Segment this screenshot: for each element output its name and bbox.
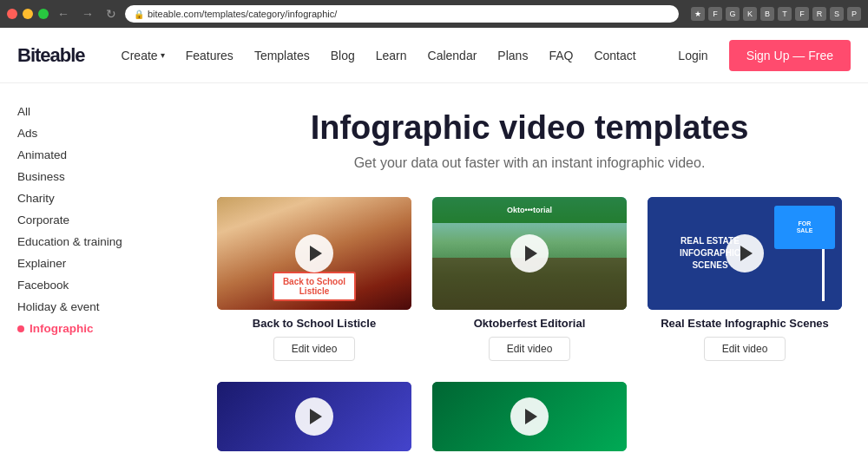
play-button-4[interactable] bbox=[295, 397, 333, 436]
video-grid: Back to SchoolListicle Back to School Li… bbox=[217, 197, 842, 453]
video-title-3: Real Estate Infographic Scenes bbox=[648, 317, 842, 330]
star-icon[interactable]: ★ bbox=[691, 7, 705, 21]
ext-icon-2[interactable]: G bbox=[726, 7, 740, 21]
nav-right: Login Sign Up — Free bbox=[667, 40, 851, 71]
sidebar-item-explainer[interactable]: Explainer bbox=[17, 253, 174, 274]
login-button[interactable]: Login bbox=[667, 42, 718, 69]
nav-templates[interactable]: Templates bbox=[244, 28, 320, 83]
sidebar-label-business: Business bbox=[17, 170, 65, 183]
browser-close-btn[interactable] bbox=[7, 9, 17, 19]
ext-icon-9[interactable]: P bbox=[847, 7, 861, 21]
sidebar-label-explainer: Explainer bbox=[17, 257, 66, 270]
nav-blog[interactable]: Blog bbox=[320, 28, 365, 83]
nav-features[interactable]: Features bbox=[175, 28, 244, 83]
bar-text-2: Okto•••torial bbox=[507, 206, 552, 214]
back-arrow[interactable]: ← bbox=[54, 7, 73, 21]
play-button-1[interactable] bbox=[295, 234, 333, 272]
address-bar[interactable]: 🔒 biteable.com/templates/category/infogr… bbox=[125, 5, 679, 23]
video-card-2[interactable]: Okto•••torial Oktoberfest Editorial Edit… bbox=[432, 197, 627, 361]
sidebar-item-all[interactable]: All bbox=[17, 101, 174, 122]
url-text: biteable.com/templates/category/infograp… bbox=[148, 9, 337, 19]
sidebar-item-business[interactable]: Business bbox=[17, 166, 174, 187]
active-dot bbox=[17, 325, 24, 332]
thumbnail-3[interactable]: FORSALE REAL ESTATEINFOGRAPHICSCENES bbox=[648, 197, 842, 310]
sidebar-label-education: Education & training bbox=[17, 235, 122, 248]
sidebar-item-holiday[interactable]: Holiday & event bbox=[17, 296, 174, 318]
browser-chrome: ← → ↻ 🔒 biteable.com/templates/category/… bbox=[0, 0, 868, 28]
video-card-5[interactable] bbox=[432, 382, 627, 451]
nav-learn[interactable]: Learn bbox=[365, 28, 418, 83]
sidebar-label-infographic: Infographic bbox=[30, 322, 94, 335]
sidebar-label-animated: Animated bbox=[17, 148, 67, 161]
thumbnail-2[interactable]: Okto•••torial bbox=[432, 197, 627, 310]
reload-btn[interactable]: ↻ bbox=[102, 7, 120, 21]
play-button-3[interactable] bbox=[726, 234, 764, 272]
sidebar-item-ads[interactable]: Ads bbox=[17, 122, 174, 144]
nav-faq[interactable]: FAQ bbox=[538, 28, 583, 83]
content-area: Infographic video templates Get your dat… bbox=[191, 83, 868, 453]
sidebar-item-charity[interactable]: Charity bbox=[17, 187, 174, 209]
ext-icon-5[interactable]: T bbox=[778, 7, 792, 21]
thumbnail-1[interactable]: Back to SchoolListicle bbox=[217, 197, 411, 310]
sidebar-item-facebook[interactable]: Facebook bbox=[17, 274, 174, 296]
video-title-2: Oktoberfest Editorial bbox=[432, 317, 627, 330]
sidebar-item-education[interactable]: Education & training bbox=[17, 231, 174, 253]
edit-button-2[interactable]: Edit video bbox=[489, 337, 571, 361]
sidebar-item-corporate[interactable]: Corporate bbox=[17, 209, 174, 231]
thumbnail-4[interactable] bbox=[217, 382, 411, 451]
navbar: Biteable Create ▾ Features Templates Blo… bbox=[0, 28, 868, 83]
video-card-4[interactable] bbox=[217, 382, 411, 451]
video-card-3[interactable]: FORSALE REAL ESTATEINFOGRAPHICSCENES Rea… bbox=[648, 197, 842, 361]
signup-button[interactable]: Sign Up — Free bbox=[729, 40, 851, 71]
page-subtitle: Get your data out faster with an instant… bbox=[217, 155, 842, 171]
browser-toolbar-icons: ★ F G K B T F R S P bbox=[691, 7, 861, 21]
for-sale-text: FORSALE bbox=[797, 220, 813, 235]
lock-icon: 🔒 bbox=[134, 10, 144, 19]
ext-icon-4[interactable]: B bbox=[760, 7, 774, 21]
thumb-overlay-1: Back to SchoolListicle bbox=[217, 272, 411, 301]
sidebar-item-infographic[interactable]: Infographic bbox=[17, 318, 174, 339]
page-header: Infographic video templates Get your dat… bbox=[217, 83, 842, 197]
create-caret: ▾ bbox=[161, 50, 165, 60]
logo[interactable]: Biteable bbox=[17, 44, 85, 67]
browser-minimize-btn[interactable] bbox=[23, 9, 33, 19]
play-button-5[interactable] bbox=[510, 397, 549, 436]
browser-maximize-btn[interactable] bbox=[38, 9, 49, 19]
sidebar-label-facebook: Facebook bbox=[17, 279, 69, 292]
main-content: All Ads Animated Business Charity Corpor… bbox=[0, 83, 868, 453]
video-card-1[interactable]: Back to SchoolListicle Back to School Li… bbox=[217, 197, 411, 361]
thumb-bar-2: Okto•••torial bbox=[432, 197, 627, 223]
ext-icon-7[interactable]: R bbox=[812, 7, 826, 21]
sidebar-label-charity: Charity bbox=[17, 192, 55, 205]
ext-icon-1[interactable]: F bbox=[708, 7, 722, 21]
sidebar-label-corporate: Corporate bbox=[17, 213, 69, 226]
edit-button-1[interactable]: Edit video bbox=[273, 337, 356, 361]
sidebar-label-holiday: Holiday & event bbox=[17, 300, 100, 313]
page-title: Infographic video templates bbox=[217, 109, 842, 147]
nav-create[interactable]: Create ▾ bbox=[111, 28, 175, 83]
sidebar: All Ads Animated Business Charity Corpor… bbox=[0, 83, 191, 453]
sidebar-label-all: All bbox=[17, 105, 30, 118]
forward-arrow[interactable]: → bbox=[78, 7, 97, 21]
ext-icon-3[interactable]: K bbox=[743, 7, 757, 21]
ext-icon-8[interactable]: S bbox=[830, 7, 844, 21]
video-title-1: Back to School Listicle bbox=[217, 317, 411, 330]
edit-button-3[interactable]: Edit video bbox=[704, 337, 786, 361]
nav-contact[interactable]: Contact bbox=[583, 28, 646, 83]
nav-plans[interactable]: Plans bbox=[487, 28, 538, 83]
thumbnail-5[interactable] bbox=[432, 382, 627, 451]
ext-icon-6[interactable]: F bbox=[795, 7, 809, 21]
sidebar-item-animated[interactable]: Animated bbox=[17, 144, 174, 166]
sidebar-label-ads: Ads bbox=[17, 127, 37, 140]
nav-calendar[interactable]: Calendar bbox=[418, 28, 488, 83]
for-sale-sign: FORSALE bbox=[774, 206, 835, 249]
nav-links: Create ▾ Features Templates Blog Learn C… bbox=[111, 28, 668, 83]
play-button-2[interactable] bbox=[510, 234, 549, 272]
thumb-text-1: Back to SchoolListicle bbox=[273, 272, 356, 301]
